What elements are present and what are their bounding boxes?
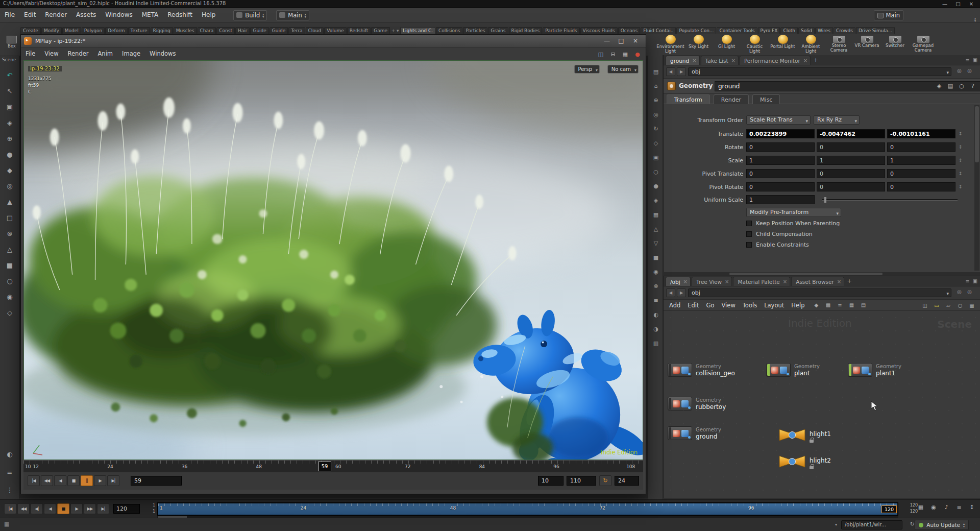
pane-maximize-icon[interactable] <box>973 57 977 63</box>
window-control-icon[interactable]: — <box>938 0 951 8</box>
checkbox-keep-position[interactable]: Keep Position When Parenting <box>746 220 840 227</box>
pin-icon[interactable] <box>957 289 962 295</box>
geometry-node-icon[interactable] <box>848 363 872 377</box>
geometry-node-icon[interactable] <box>766 363 791 377</box>
close-tab-icon[interactable] <box>837 279 841 284</box>
pane-tab-material-palette[interactable]: Material Palette <box>733 277 790 286</box>
header-icon[interactable]: ? <box>969 82 977 90</box>
pin-icon[interactable] <box>957 68 962 74</box>
desktop-selector[interactable]: Build <box>233 10 267 20</box>
close-tab-icon[interactable] <box>683 279 688 284</box>
left-tool-icon[interactable]: ◆ <box>3 164 16 177</box>
transform-order-dropdown[interactable]: Scale Rot Trans <box>746 115 811 125</box>
prev-frame-button[interactable]: ◀ <box>54 475 66 486</box>
window-control-icon[interactable]: × <box>628 35 643 47</box>
prev-key-button[interactable]: ◀ <box>44 503 56 514</box>
header-icon[interactable]: ○ <box>958 82 966 90</box>
shelf-tool-light[interactable]: Ambient Light <box>797 34 825 54</box>
left-tool-icon[interactable]: △ <box>3 244 16 256</box>
refresh-icon[interactable] <box>910 521 915 527</box>
mplay-window[interactable]: MPlay - ip-19:22:* —□× FileViewRenderAni… <box>20 34 646 494</box>
shelf-tool-camera[interactable]: Stereo Camera <box>825 34 853 53</box>
rotate-y-field[interactable] <box>817 142 885 152</box>
link-icon[interactable] <box>967 289 972 295</box>
shelf-tab[interactable]: Redshift <box>347 27 371 34</box>
checkbox-child-compensation[interactable]: Child Compensation <box>746 231 813 238</box>
mplay-timeline-ruler[interactable]: 10 12 24 36 48 60 72 84 96 108 59 <box>23 460 643 472</box>
network-toolbar-icon[interactable]: ▦ <box>847 301 855 309</box>
timeline-option-icon[interactable]: ♪ <box>942 503 950 512</box>
menu-item[interactable]: META <box>137 8 163 22</box>
pane-selector[interactable]: Main <box>276 10 309 20</box>
rotate-x-field[interactable] <box>746 142 815 152</box>
geometry-node-icon[interactable] <box>668 397 692 411</box>
timeline-option-icon[interactable]: ↕ <box>968 503 976 512</box>
menu-item[interactable]: Render <box>40 8 71 22</box>
shelf-tab[interactable]: Particle Fluids <box>543 27 579 34</box>
geometry-node-icon[interactable] <box>668 426 692 440</box>
checkbox-icon[interactable] <box>746 221 752 226</box>
shelf-tab[interactable]: Guide <box>270 27 288 34</box>
viewport-tool-icon[interactable]: ○ <box>651 167 661 177</box>
mplay-viewport[interactable]: ip-19:23:32 1231x775 fr:59 C Persp No ca… <box>23 60 643 460</box>
left-tool-icon[interactable]: ◉ <box>3 291 16 303</box>
network-canvas[interactable]: Indie Edition Scene Geometrycollision_ge… <box>664 311 980 498</box>
viewport-tool-icon[interactable]: ◇ <box>651 139 661 148</box>
node-ground[interactable]: Geometryground <box>668 426 721 440</box>
channel-icon[interactable] <box>959 184 963 189</box>
shelf-tab-lights[interactable]: Lights and C. <box>400 27 435 34</box>
pane-tab-tree-view[interactable]: Tree View <box>692 277 732 286</box>
stop-button[interactable]: ■ <box>67 475 80 486</box>
shelf-tool-camera[interactable]: Gamepad Camera <box>909 34 937 53</box>
network-menu-item[interactable]: Edit <box>684 302 702 309</box>
uniform-scale-field[interactable] <box>746 195 815 204</box>
viewport-tool-icon[interactable]: △ <box>651 225 661 234</box>
node-rubbertoy[interactable]: Geometryrubbertoy <box>668 397 726 411</box>
camera-selector[interactable]: No cam <box>607 65 639 74</box>
shelf-tab[interactable]: Model <box>62 27 81 34</box>
jump-start-button[interactable]: |◀ <box>4 503 16 514</box>
forward-icon[interactable] <box>677 67 686 76</box>
pane-tab-performance-monitor[interactable]: Performance Monitor <box>740 56 811 65</box>
shelf-tab[interactable]: Fluid Contai.. <box>641 27 676 34</box>
range-start-field[interactable] <box>538 476 564 486</box>
persp-selector[interactable]: Persp <box>574 65 600 74</box>
param-scrollbar[interactable] <box>974 105 979 271</box>
left-tool-icon[interactable]: ◈ <box>3 117 16 129</box>
network-toolbar-icon[interactable]: ▤ <box>859 301 867 309</box>
viewport-tool-icon[interactable]: ≡ <box>651 296 661 305</box>
scale-y-field[interactable] <box>817 156 885 165</box>
network-toolbar-icon[interactable]: ▦ <box>968 302 976 310</box>
stop-button[interactable]: ■ <box>57 503 69 514</box>
rotate-z-field[interactable] <box>887 142 955 152</box>
viewport-tool-icon[interactable]: ▽ <box>651 239 661 248</box>
param-hscrollbar[interactable] <box>663 272 980 276</box>
translate-z-field[interactable] <box>887 129 955 138</box>
play-button[interactable]: ▶ <box>70 503 83 514</box>
left-tool-icon[interactable]: □ <box>3 212 16 224</box>
geometry-node-icon[interactable] <box>668 363 692 377</box>
shelf-tab[interactable]: Hair <box>235 27 250 34</box>
tab-misc[interactable]: Misc <box>752 94 780 104</box>
shelf-tab[interactable]: Chara <box>198 27 216 34</box>
viewport-tool-icon[interactable]: ⌂ <box>651 82 661 91</box>
rotate-order-dropdown[interactable]: Rx Ry Rz <box>814 115 860 125</box>
mplay-menu-item[interactable]: Windows <box>145 48 180 60</box>
viewport-tool-icon[interactable]: ◑ <box>651 325 661 334</box>
shelf-tool-light[interactable]: Sky Light <box>684 34 713 54</box>
shelf-tab[interactable]: Drive Simula... <box>856 27 895 34</box>
viewport-tool-icon[interactable]: ↻ <box>651 125 661 134</box>
prev-key-button[interactable]: ◀◀ <box>41 475 53 486</box>
left-tool-icon[interactable]: ⊗ <box>3 228 16 240</box>
current-frame-field[interactable] <box>113 504 140 514</box>
viewport-tool-icon[interactable]: ◎ <box>651 110 661 119</box>
light-node-icon[interactable] <box>779 428 805 442</box>
shelf-tab[interactable]: Create <box>20 27 41 34</box>
left-tool-icon[interactable]: ↶ <box>3 69 16 82</box>
scale-x-field[interactable] <box>746 156 815 165</box>
timeline-ruler[interactable]: 1 24 48 72 96 120 <box>157 502 898 516</box>
shelf-tab[interactable]: Texture <box>128 27 150 34</box>
range-start-fields[interactable]: 11 <box>142 502 155 515</box>
path-combo[interactable]: obj <box>688 288 951 297</box>
left-tool-icon[interactable]: ▣ <box>3 101 16 113</box>
